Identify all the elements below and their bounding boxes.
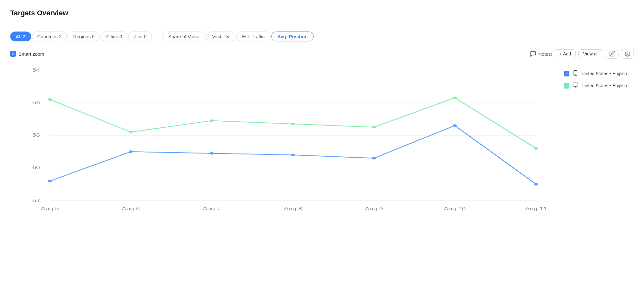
tab-share-of-voice[interactable]: Share of Voice xyxy=(162,32,206,41)
blue-dot-aug8 xyxy=(291,154,295,156)
legend-area: United States • English United States • … xyxy=(564,64,634,89)
settings-icon-button[interactable] xyxy=(621,49,634,59)
legend-item-blue: United States • English xyxy=(564,70,634,77)
edit-icon-button[interactable] xyxy=(606,49,618,59)
chart-controls: Smart zoom Notes: + Add View all xyxy=(10,49,634,59)
mobile-icon xyxy=(573,70,578,77)
view-all-button[interactable]: View all xyxy=(578,49,603,58)
svg-text:58: 58 xyxy=(32,132,40,138)
add-note-button[interactable]: + Add xyxy=(555,49,576,58)
green-dot-aug6 xyxy=(129,131,133,133)
green-dot-aug11 xyxy=(534,147,538,150)
view-all-label: View all xyxy=(583,51,598,56)
legend-text-blue: United States • English xyxy=(582,71,627,76)
location-tabs: All 2 Countries 2 Regions 0 Cities 0 Zip… xyxy=(10,32,152,41)
smart-zoom-toggle[interactable]: Smart zoom xyxy=(10,51,44,57)
tab-regions[interactable]: Regions 0 xyxy=(68,32,100,41)
legend-item-green: United States • English xyxy=(564,82,634,89)
divider xyxy=(10,25,634,25)
tab-visibility[interactable]: Visibility xyxy=(206,32,235,41)
gear-icon xyxy=(625,51,630,57)
green-dot-aug9 xyxy=(372,126,376,128)
legend-text-green: United States • English xyxy=(582,83,627,88)
tabs-row: All 2 Countries 2 Regions 0 Cities 0 Zip… xyxy=(10,32,634,41)
page-title: Targets Overview xyxy=(10,9,634,17)
svg-point-1 xyxy=(627,53,628,55)
blue-dot-aug9 xyxy=(372,157,376,160)
svg-text:60: 60 xyxy=(32,165,40,170)
legend-checkbox-blue[interactable] xyxy=(564,71,569,76)
svg-text:Aug 8: Aug 8 xyxy=(284,206,302,211)
svg-rect-22 xyxy=(573,83,578,86)
chart-wrapper: 54 56 58 60 62 Aug 5 Aug 6 Aug 7 Aug 8 A… xyxy=(10,64,634,218)
add-note-label: + Add xyxy=(560,51,571,56)
edit-icon xyxy=(609,51,615,57)
chart-svg: 54 56 58 60 62 Aug 5 Aug 6 Aug 7 Aug 8 A… xyxy=(10,64,556,217)
notes-area: Notes: + Add View all xyxy=(530,49,634,59)
tab-countries[interactable]: Countries 2 xyxy=(32,32,67,41)
svg-point-21 xyxy=(575,74,576,75)
tab-cities[interactable]: Cities 0 xyxy=(101,32,128,41)
svg-text:56: 56 xyxy=(32,100,40,105)
svg-text:Aug 6: Aug 6 xyxy=(122,206,140,211)
blue-dot-aug10 xyxy=(453,124,457,127)
tab-zips[interactable]: Zips 0 xyxy=(128,32,152,41)
chart-area: 54 56 58 60 62 Aug 5 Aug 6 Aug 7 Aug 8 A… xyxy=(10,64,556,218)
svg-text:Aug 7: Aug 7 xyxy=(202,206,221,211)
blue-dot-aug6 xyxy=(129,150,133,153)
green-dot-aug8 xyxy=(291,123,295,125)
blue-dot-aug5 xyxy=(48,180,52,182)
green-dot-aug10 xyxy=(453,96,457,99)
legend-checkbox-green[interactable] xyxy=(564,83,569,89)
svg-text:Aug 5: Aug 5 xyxy=(41,206,59,211)
tab-est-traffic[interactable]: Est. Traffic xyxy=(236,32,271,41)
svg-text:Aug 9: Aug 9 xyxy=(365,206,383,211)
metric-tabs: Share of Voice Visibility Est. Traffic A… xyxy=(162,32,314,41)
smart-zoom-checkbox[interactable] xyxy=(10,51,16,57)
blue-dot-aug11 xyxy=(534,183,538,186)
tab-all[interactable]: All 2 xyxy=(10,32,31,41)
smart-zoom-label: Smart zoom xyxy=(18,51,44,57)
desktop-icon xyxy=(573,82,578,89)
svg-text:54: 54 xyxy=(32,68,40,73)
tab-avg-position[interactable]: Avg. Position xyxy=(271,32,314,41)
notes-icon xyxy=(530,51,536,57)
notes-label: Notes: xyxy=(530,51,552,57)
svg-text:62: 62 xyxy=(32,198,40,203)
green-dot-aug5 xyxy=(48,98,52,101)
svg-text:Aug 10: Aug 10 xyxy=(444,206,466,211)
svg-text:Aug 11: Aug 11 xyxy=(525,206,547,211)
green-dot-aug7 xyxy=(210,119,214,122)
blue-dot-aug7 xyxy=(210,152,214,154)
